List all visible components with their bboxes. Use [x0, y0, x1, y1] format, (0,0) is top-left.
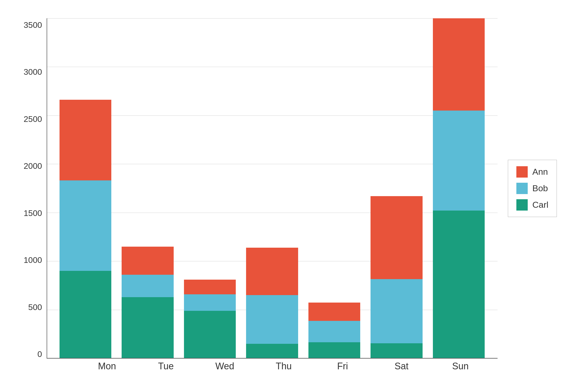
- legend-label-ann: Ann: [532, 167, 548, 177]
- bar-segment-bob: [433, 111, 485, 211]
- bar-segment-ann: [433, 18, 485, 111]
- y-axis: 3500300025002000150010005000: [23, 18, 47, 374]
- legend-box: AnnBobCarl: [508, 160, 557, 217]
- x-axis-label: Sat: [394, 361, 408, 372]
- bar-segment-carl: [60, 271, 111, 358]
- x-axis-label: Wed: [215, 361, 234, 372]
- x-label-cell: Sat: [372, 358, 431, 374]
- legend-color-ann: [516, 166, 528, 178]
- bar-segment-ann: [371, 196, 422, 279]
- bar-group-fri: [303, 18, 365, 358]
- legend-color-carl: [516, 199, 528, 211]
- bar-segment-bob: [122, 275, 173, 297]
- stacked-bar: [433, 18, 485, 358]
- x-axis-label: Mon: [98, 361, 116, 372]
- stacked-bar: [184, 280, 236, 358]
- x-axis-label: Sun: [452, 361, 469, 372]
- bar-segment-bob: [60, 180, 111, 271]
- legend-item-carl: Carl: [516, 199, 548, 211]
- chart-container: 3500300025002000150010005000 MonTueWedTh…: [23, 18, 565, 374]
- bar-segment-carl: [246, 344, 298, 358]
- bar-segment-carl: [433, 211, 485, 358]
- y-axis-label: 500: [28, 303, 42, 311]
- x-label-cell: Fri: [313, 358, 372, 374]
- stacked-bar: [308, 303, 360, 358]
- x-axis-label: Fri: [337, 361, 348, 372]
- bar-segment-ann: [60, 100, 111, 180]
- bar-segment-carl: [184, 311, 236, 358]
- chart-area: 3500300025002000150010005000 MonTueWedTh…: [23, 18, 498, 374]
- bar-group-thu: [241, 18, 303, 358]
- legend-item-ann: Ann: [516, 166, 548, 178]
- bar-segment-carl: [308, 342, 360, 358]
- bar-segment-carl: [122, 297, 173, 358]
- stacked-bar: [371, 196, 422, 358]
- x-axis-line: [47, 358, 498, 358]
- legend-color-bob: [516, 183, 528, 194]
- x-label-cell: Mon: [78, 358, 137, 374]
- x-label-cell: Wed: [195, 358, 254, 374]
- grid-line: [47, 358, 498, 359]
- x-axis: MonTueWedThuFriSatSun: [47, 358, 498, 374]
- y-axis-label: 0: [37, 350, 42, 358]
- y-axis-label: 2500: [24, 115, 42, 123]
- stacked-bar: [122, 247, 173, 358]
- x-axis-label: Thu: [276, 361, 292, 372]
- y-axis-label: 1000: [24, 256, 42, 264]
- x-label-cell: Sun: [431, 358, 490, 374]
- legend-label-carl: Carl: [532, 200, 548, 210]
- legend-item-bob: Bob: [516, 183, 548, 194]
- bar-segment-ann: [308, 303, 360, 321]
- bar-group-mon: [54, 18, 116, 358]
- chart-body: MonTueWedThuFriSatSun: [47, 18, 498, 374]
- y-axis-line: [47, 18, 47, 358]
- x-label-cell: Thu: [254, 358, 313, 374]
- x-label-cell: Tue: [137, 358, 196, 374]
- bar-segment-ann: [184, 280, 236, 294]
- bar-group-tue: [116, 18, 179, 358]
- legend-label-bob: Bob: [532, 183, 548, 193]
- bar-segment-bob: [246, 295, 298, 344]
- bar-segment-bob: [308, 321, 360, 342]
- bar-group-wed: [179, 18, 241, 358]
- bar-group-sat: [365, 18, 427, 358]
- bar-segment-bob: [371, 279, 422, 343]
- bar-segment-carl: [371, 343, 422, 358]
- y-axis-label: 1500: [24, 209, 42, 217]
- grid-and-bars: [47, 18, 498, 358]
- bar-segment-bob: [184, 294, 236, 311]
- bar-segment-ann: [122, 247, 173, 275]
- stacked-bar: [246, 248, 298, 358]
- bars-row: [47, 18, 498, 358]
- y-axis-label: 3500: [24, 21, 42, 29]
- bar-segment-ann: [246, 248, 298, 295]
- bar-group-sun: [428, 18, 490, 358]
- stacked-bar: [60, 100, 111, 358]
- y-axis-label: 3000: [24, 68, 42, 76]
- y-axis-label: 2000: [24, 162, 42, 170]
- x-axis-label: Tue: [158, 361, 174, 372]
- legend-area: AnnBobCarl: [498, 18, 565, 374]
